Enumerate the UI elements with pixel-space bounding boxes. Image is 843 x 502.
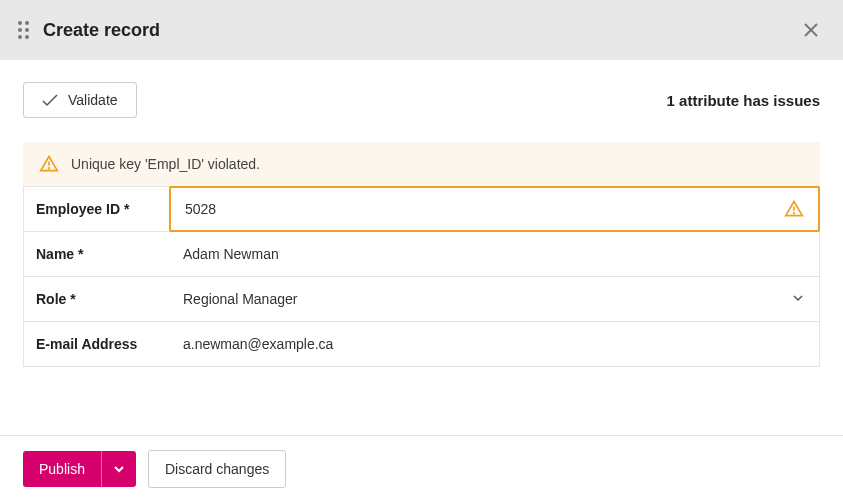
modal-footer: Publish Discard changes (0, 435, 843, 502)
role-value: Regional Manager (183, 291, 297, 307)
name-label: Name * (24, 232, 169, 276)
close-icon (803, 22, 819, 38)
chevron-down-icon (112, 462, 126, 476)
header-left: Create record (18, 20, 160, 41)
email-value: a.newman@example.ca (183, 336, 333, 352)
modal-header: Create record (0, 0, 843, 60)
employee-id-field[interactable]: 5028 (169, 186, 820, 232)
employee-id-label: Employee ID * (24, 187, 169, 231)
form-row-email: E-mail Address a.newman@example.ca (24, 321, 819, 366)
form-row-role: Role * Regional Manager (24, 276, 819, 321)
close-button[interactable] (799, 18, 823, 42)
warning-icon (39, 154, 59, 174)
publish-dropdown-button[interactable] (101, 451, 136, 487)
form-row-name: Name * Adam Newman (24, 231, 819, 276)
publish-button-group: Publish (23, 451, 136, 487)
svg-point-5 (794, 213, 795, 214)
svg-point-3 (49, 168, 50, 169)
warning-banner: Unique key 'Empl_ID' violated. (23, 142, 820, 186)
toolbar-row: Validate 1 attribute has issues (23, 82, 820, 118)
role-select[interactable]: Regional Manager (169, 277, 819, 321)
warning-message: Unique key 'Empl_ID' violated. (71, 156, 260, 172)
form-row-employee-id: Employee ID * 5028 (24, 186, 819, 231)
form-table: Employee ID * 5028 Name * Adam Ne (23, 186, 820, 367)
name-value: Adam Newman (183, 246, 279, 262)
name-field[interactable]: Adam Newman (169, 232, 819, 276)
employee-id-value: 5028 (185, 201, 216, 217)
validate-label: Validate (68, 92, 118, 108)
checkmark-icon (42, 94, 58, 107)
email-label: E-mail Address (24, 322, 169, 366)
issues-count-text: 1 attribute has issues (667, 92, 820, 109)
discard-button[interactable]: Discard changes (148, 450, 286, 488)
publish-button[interactable]: Publish (23, 451, 101, 487)
warning-icon (784, 199, 804, 219)
email-field[interactable]: a.newman@example.ca (169, 322, 819, 366)
drag-handle-icon[interactable] (18, 21, 29, 39)
validate-button[interactable]: Validate (23, 82, 137, 118)
role-label: Role * (24, 277, 169, 321)
modal-content: Validate 1 attribute has issues Unique k… (0, 60, 843, 367)
chevron-down-icon (791, 291, 805, 308)
modal-title: Create record (43, 20, 160, 41)
